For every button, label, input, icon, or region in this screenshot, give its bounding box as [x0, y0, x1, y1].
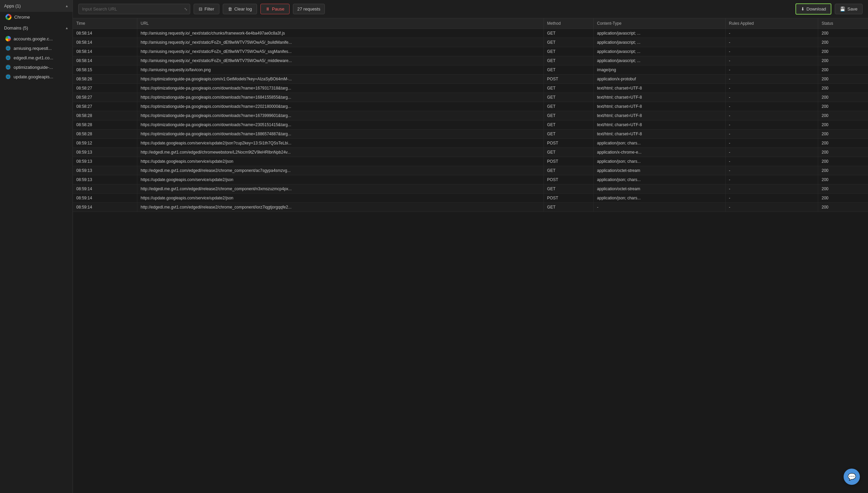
- filter-button[interactable]: ⊟ Filter: [194, 4, 219, 14]
- cell-time: 08:59:13: [73, 157, 137, 166]
- domains-section-header[interactable]: Domains (5) ▲: [0, 22, 73, 34]
- table-row[interactable]: 08:59:14 http://edgedl.me.gvt1.com/edged…: [73, 203, 868, 212]
- cell-status: 200: [818, 38, 868, 47]
- table-row[interactable]: 08:58:27 https://optimizationguide-pa.go…: [73, 93, 868, 102]
- pause-button[interactable]: ⏸ Pause: [260, 4, 290, 14]
- table-row[interactable]: 08:58:14 http://amiusing.requestly.io/_n…: [73, 29, 868, 38]
- cell-content-type: text/html; charset=UTF-8: [593, 120, 725, 130]
- apps-chevron-icon: ▲: [65, 4, 68, 8]
- table-row[interactable]: 08:59:12 https://update.googleapis.com/s…: [73, 139, 868, 148]
- globe-icon: 🌐: [5, 55, 11, 60]
- col-header-method[interactable]: Method: [544, 18, 593, 29]
- search-input[interactable]: [78, 4, 190, 14]
- sidebar-item-update-googleapis[interactable]: 🌐 update.googleapis...: [0, 72, 73, 81]
- chat-button[interactable]: 💬: [844, 469, 860, 485]
- sidebar-item-edgedl-me-gvt1[interactable]: 🌐 edgedl.me.gvt1.co...: [0, 53, 73, 62]
- cell-time: 08:58:28: [73, 111, 137, 120]
- table-row[interactable]: 08:59:13 https://update.googleapis.com/s…: [73, 157, 868, 166]
- table-row[interactable]: 08:58:14 http://amiusing.requestly.io/_n…: [73, 47, 868, 56]
- table-row[interactable]: 08:59:14 http://edgedl.me.gvt1.com/edged…: [73, 184, 868, 194]
- table-container[interactable]: Time URL Method Content-Type Rules Appli…: [73, 18, 868, 493]
- table-row[interactable]: 08:58:28 https://optimizationguide-pa.go…: [73, 130, 868, 139]
- table-row[interactable]: 08:58:28 https://optimizationguide-pa.go…: [73, 111, 868, 120]
- cell-method: GET: [544, 84, 593, 93]
- cell-content-type: text/html; charset=UTF-8: [593, 111, 725, 120]
- sidebar-item-label: edgedl.me.gvt1.co...: [14, 55, 68, 60]
- cell-content-type: application/javascript; ...: [593, 38, 725, 47]
- sidebar-item-amiusing-requestl[interactable]: 🌐 amiusing.requestl...: [0, 43, 73, 53]
- cell-time: 08:58:27: [73, 93, 137, 102]
- cell-status: 200: [818, 130, 868, 139]
- table-row[interactable]: 08:58:26 https://optimizationguide-pa.go…: [73, 75, 868, 84]
- sidebar-item-optimizationguide[interactable]: 🌐 optimizationguide-...: [0, 62, 73, 72]
- sidebar-item-accounts-google[interactable]: accounts.google.c...: [0, 34, 73, 43]
- cell-content-type: text/html; charset=UTF-8: [593, 130, 725, 139]
- cell-rules-applied: -: [725, 166, 818, 175]
- cell-method: GET: [544, 47, 593, 56]
- save-button[interactable]: 💾 Save: [835, 4, 863, 14]
- requests-count: 27 requests: [297, 6, 320, 12]
- cell-url: http://edgedl.me.gvt1.com/edgedl/release…: [137, 166, 544, 175]
- col-header-content-type[interactable]: Content-Type: [593, 18, 725, 29]
- col-header-time[interactable]: Time: [73, 18, 137, 29]
- table-row[interactable]: 08:58:14 http://amiusing.requestly.io/_n…: [73, 38, 868, 47]
- cell-method: GET: [544, 111, 593, 120]
- table-row[interactable]: 08:59:13 http://edgedl.me.gvt1.com/edged…: [73, 166, 868, 175]
- cell-method: POST: [544, 139, 593, 148]
- cell-content-type: text/html; charset=UTF-8: [593, 102, 725, 111]
- table-row[interactable]: 08:59:14 https://update.googleapis.com/s…: [73, 194, 868, 203]
- cell-url: https://optimizationguide-pa.googleapis.…: [137, 102, 544, 111]
- cell-time: 08:59:14: [73, 184, 137, 194]
- cell-status: 200: [818, 184, 868, 194]
- filter-icon: ⊟: [199, 6, 202, 12]
- requests-badge: 27 requests: [293, 4, 325, 14]
- save-label: Save: [847, 6, 857, 12]
- cell-url: https://optimizationguide-pa.googleapis.…: [137, 120, 544, 130]
- cell-time: 08:58:27: [73, 102, 137, 111]
- cell-status: 200: [818, 47, 868, 56]
- search-input-wrapper: ⤡: [78, 4, 190, 14]
- cell-method: GET: [544, 102, 593, 111]
- cell-rules-applied: -: [725, 93, 818, 102]
- requests-table: Time URL Method Content-Type Rules Appli…: [73, 18, 868, 212]
- cell-url: https://optimizationguide-pa.googleapis.…: [137, 111, 544, 120]
- cell-content-type: application/javascript; ...: [593, 56, 725, 65]
- table-row[interactable]: 08:58:27 https://optimizationguide-pa.go…: [73, 102, 868, 111]
- table-row[interactable]: 08:58:14 http://amiusing.requestly.io/_n…: [73, 56, 868, 65]
- cell-url: http://amiusing.requestly.io/_next/stati…: [137, 38, 544, 47]
- chat-icon: 💬: [848, 473, 856, 481]
- cell-method: GET: [544, 184, 593, 194]
- cell-url: http://amiusing.requestly.io/_next/stati…: [137, 56, 544, 65]
- cell-url: http://edgedl.me.gvt1.com/edgedl/chromew…: [137, 148, 544, 157]
- apps-section-header[interactable]: Apps (1) ▲: [0, 0, 73, 12]
- cell-method: POST: [544, 75, 593, 84]
- cell-status: 200: [818, 166, 868, 175]
- cell-rules-applied: -: [725, 29, 818, 38]
- cell-status: 200: [818, 157, 868, 166]
- table-row[interactable]: 08:58:28 https://optimizationguide-pa.go…: [73, 120, 868, 130]
- sidebar: Apps (1) ▲ Chrome Domains (5) ▲ accounts…: [0, 0, 73, 493]
- clear-log-button[interactable]: 🗑 Clear log: [223, 4, 257, 14]
- cell-method: GET: [544, 120, 593, 130]
- table-row[interactable]: 08:59:13 https://update.googleapis.com/s…: [73, 175, 868, 184]
- save-icon: 💾: [840, 6, 845, 12]
- table-row[interactable]: 08:58:15 http://amiusing.requestly.io/fa…: [73, 65, 868, 75]
- cell-url: https://optimizationguide-pa.googleapis.…: [137, 84, 544, 93]
- cell-url: http://amiusing.requestly.io/favicon.png: [137, 65, 544, 75]
- cell-rules-applied: -: [725, 38, 818, 47]
- col-header-url[interactable]: URL: [137, 18, 544, 29]
- cell-rules-applied: -: [725, 148, 818, 157]
- clear-log-icon: 🗑: [228, 6, 232, 12]
- download-button[interactable]: ⬇ Download: [795, 3, 832, 15]
- domain-items-container: accounts.google.c... 🌐 amiusing.requestl…: [0, 34, 73, 81]
- col-header-rules[interactable]: Rules Applied: [725, 18, 818, 29]
- col-header-status[interactable]: Status: [818, 18, 868, 29]
- table-header: Time URL Method Content-Type Rules Appli…: [73, 18, 868, 29]
- sidebar-item-chrome[interactable]: Chrome: [0, 12, 73, 22]
- cell-content-type: application/octet-stream: [593, 184, 725, 194]
- cell-time: 08:58:27: [73, 84, 137, 93]
- table-row[interactable]: 08:59:13 http://edgedl.me.gvt1.com/edged…: [73, 148, 868, 157]
- table-row[interactable]: 08:58:27 https://optimizationguide-pa.go…: [73, 84, 868, 93]
- cell-time: 08:58:26: [73, 75, 137, 84]
- sidebar-item-label: optimizationguide-...: [14, 65, 68, 70]
